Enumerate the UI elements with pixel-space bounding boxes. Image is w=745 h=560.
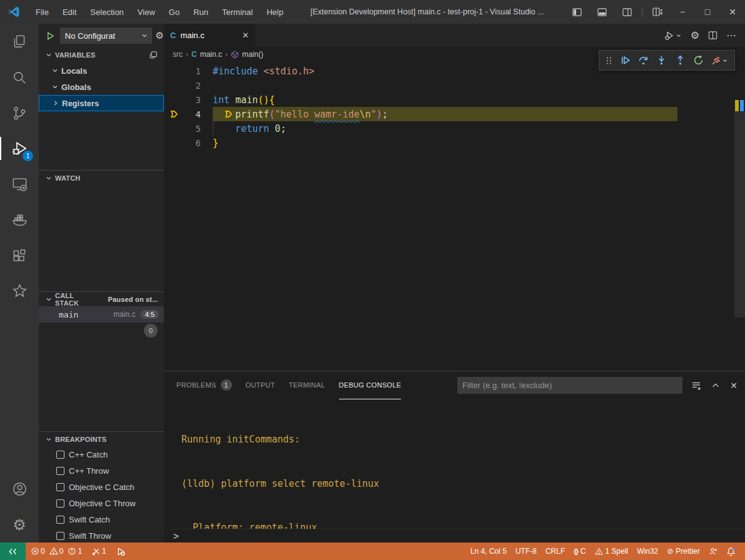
- tab-terminal[interactable]: TERMINAL: [289, 371, 325, 399]
- formatter-status[interactable]: ⊘ Prettier: [662, 547, 704, 556]
- breakpoint-row[interactable]: Objective C Catch: [39, 479, 164, 495]
- copy-value-icon[interactable]: [149, 51, 158, 59]
- maximize-panel-icon[interactable]: [711, 381, 720, 390]
- console-line: Running initCommands:: [181, 432, 745, 448]
- breakpoint-checkbox[interactable]: [56, 532, 64, 540]
- variables-section-header[interactable]: VARIABLES: [39, 48, 164, 62]
- cursor-position[interactable]: Ln 4, Col 5: [466, 547, 511, 556]
- variables-scope-registers[interactable]: Registers: [39, 95, 164, 111]
- customize-layout-icon[interactable]: [645, 0, 670, 24]
- spell-checker-status[interactable]: 1 Spell: [590, 547, 633, 556]
- toggle-sidebar-icon[interactable]: [564, 0, 589, 24]
- account-icon[interactable]: [0, 471, 39, 507]
- toggle-secondary-sidebar-icon[interactable]: [614, 0, 639, 24]
- notifications-bell-icon[interactable]: [722, 547, 740, 556]
- docker-icon[interactable]: [0, 202, 39, 238]
- menu-run[interactable]: Run: [186, 0, 215, 24]
- toolbar-grip-icon[interactable]: [606, 56, 612, 66]
- tools-status[interactable]: 1: [87, 547, 111, 556]
- continue-icon[interactable]: [620, 55, 631, 66]
- breakpoint-row[interactable]: Swift Catch: [39, 511, 164, 528]
- close-panel-icon[interactable]: ✕: [730, 381, 737, 391]
- tab-main-c[interactable]: C main.c ✕: [164, 24, 255, 47]
- run-or-debug-icon[interactable]: [664, 31, 682, 41]
- step-into-icon[interactable]: [656, 55, 667, 66]
- stack-frame-row[interactable]: main main.c 4:5: [39, 306, 164, 322]
- menu-terminal[interactable]: Terminal: [215, 0, 260, 24]
- watch-section-header[interactable]: WATCH: [39, 170, 164, 185]
- problems-status[interactable]: 0 0 1: [26, 547, 87, 556]
- menu-help[interactable]: Help: [260, 0, 290, 24]
- disconnect-icon[interactable]: [711, 55, 728, 66]
- maximize-button[interactable]: □: [695, 0, 720, 24]
- variables-scope-globals[interactable]: Globals: [39, 79, 164, 95]
- breakpoint-label: Swift Throw: [69, 531, 111, 541]
- more-actions-icon[interactable]: ⋯: [726, 29, 736, 41]
- remote-indicator[interactable]: [0, 542, 26, 560]
- warning-count: 0: [59, 547, 64, 556]
- breadcrumb-symbol[interactable]: main(): [242, 50, 263, 59]
- breakpoint-label: Objective C Catch: [69, 482, 134, 492]
- debug-status-icon[interactable]: [111, 542, 130, 560]
- breakpoint-row[interactable]: C++ Throw: [39, 462, 164, 479]
- step-over-icon[interactable]: [638, 55, 649, 66]
- error-icon: [31, 547, 39, 556]
- encoding-indicator[interactable]: UTF-8: [511, 547, 541, 556]
- debug-config-dropdown[interactable]: No Configurat: [60, 28, 152, 44]
- breakpoint-checkbox[interactable]: [56, 499, 64, 508]
- breakpoint-checkbox[interactable]: [56, 483, 64, 491]
- breakpoint-row[interactable]: C++ Catch: [39, 446, 164, 462]
- step-out-icon[interactable]: [675, 55, 686, 66]
- restart-icon[interactable]: [693, 55, 704, 66]
- scrollbar-slider[interactable]: [734, 111, 745, 318]
- info-icon: [68, 547, 76, 556]
- variables-scope-locals[interactable]: Locals: [39, 62, 164, 79]
- minimize-button[interactable]: −: [670, 0, 695, 24]
- open-launch-json-gear-icon[interactable]: ⚙: [156, 30, 164, 41]
- breakpoint-row[interactable]: Objective C Throw: [39, 495, 164, 511]
- breakpoints-section-header[interactable]: BREAKPOINTS: [39, 431, 164, 446]
- menu-selection[interactable]: Selection: [83, 0, 130, 24]
- thread-row[interactable]: 0: [39, 322, 164, 339]
- remote-explorer-icon[interactable]: [0, 166, 39, 202]
- tab-problems[interactable]: PROBLEMS 1: [176, 371, 232, 399]
- search-icon[interactable]: [0, 59, 39, 95]
- settings-gear-icon[interactable]: ⚙: [0, 507, 39, 542]
- start-debug-icon[interactable]: [44, 31, 58, 41]
- menu-edit[interactable]: Edit: [56, 0, 83, 24]
- close-button[interactable]: ✕: [720, 0, 745, 24]
- call-stack-section-header[interactable]: CALL STACK Paused on st...: [39, 291, 164, 306]
- extensions-icon[interactable]: [0, 238, 39, 273]
- editor-settings-gear-icon[interactable]: ⚙: [691, 31, 699, 41]
- split-editor-icon[interactable]: [708, 31, 717, 40]
- platform-indicator[interactable]: Win32: [632, 547, 662, 556]
- problems-count-badge: 1: [221, 379, 232, 391]
- debug-console-input[interactable]: >: [164, 529, 745, 542]
- breakpoint-row[interactable]: Swift Throw: [39, 528, 164, 542]
- console-filter-input[interactable]: [457, 377, 682, 394]
- source-control-icon[interactable]: [0, 95, 39, 131]
- overview-ruler[interactable]: [734, 62, 745, 371]
- star-icon[interactable]: [0, 273, 39, 309]
- explorer-icon[interactable]: [0, 24, 39, 59]
- breakpoint-checkbox[interactable]: [56, 467, 64, 475]
- current-line-arrow-icon[interactable]: [164, 109, 184, 119]
- menu-go[interactable]: Go: [162, 0, 186, 24]
- menu-view[interactable]: View: [131, 0, 162, 24]
- debug-console-output[interactable]: Running initCommands: (lldb) platform se…: [164, 399, 745, 529]
- run-and-debug-icon[interactable]: 1: [0, 131, 39, 166]
- toggle-panel-icon[interactable]: [589, 0, 614, 24]
- breadcrumb-file[interactable]: main.c: [200, 50, 222, 59]
- feedback-icon[interactable]: [704, 547, 722, 556]
- tab-debug-console[interactable]: DEBUG CONSOLE: [339, 371, 402, 399]
- language-mode[interactable]: {} C: [569, 547, 590, 556]
- menu-file[interactable]: File: [29, 0, 56, 24]
- clear-console-icon[interactable]: [691, 381, 701, 391]
- tab-close-icon[interactable]: ✕: [242, 31, 249, 40]
- breakpoint-checkbox[interactable]: [56, 516, 64, 524]
- eol-indicator[interactable]: CRLF: [541, 547, 569, 556]
- breadcrumb-folder[interactable]: src: [173, 50, 183, 59]
- tab-output[interactable]: OUTPUT: [246, 371, 275, 399]
- breakpoint-checkbox[interactable]: [56, 451, 64, 459]
- code-editor[interactable]: 1 #include <stdio.h> 2 3 int main(){: [164, 62, 745, 371]
